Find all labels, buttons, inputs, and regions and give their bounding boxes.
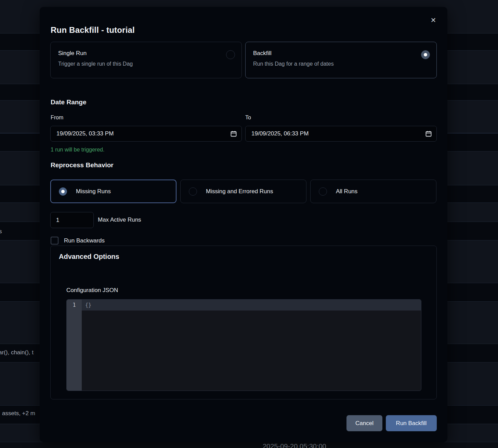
to-datetime-value: 19/09/2025, 06:33 PM [251, 130, 425, 137]
line-number: 1 [67, 300, 82, 311]
advanced-options-panel: Advanced Options Configuration JSON 1 {} [50, 246, 437, 399]
option-label: All Runs [336, 188, 357, 195]
calendar-icon[interactable] [231, 131, 237, 137]
editor-content-area[interactable]: {} [82, 300, 421, 391]
run-backfill-button[interactable]: Run Backfill [386, 415, 437, 431]
missing-errored-runs-option[interactable]: Missing and Errored Runs [180, 180, 306, 203]
close-icon[interactable]: ✕ [428, 14, 439, 26]
clipped-timestamp: 2025-09-20 05:30:00 [263, 443, 326, 448]
option-label: Missing and Errored Runs [206, 188, 273, 195]
editor-gutter: 1 [67, 300, 82, 391]
run-backwards-label: Run Backwards [64, 237, 105, 244]
calendar-icon[interactable] [425, 131, 432, 137]
run-backwards-row[interactable]: Run Backwards [51, 237, 105, 245]
clipped-row-text: assets, +2 m [2, 410, 35, 417]
from-label: From [51, 115, 63, 121]
radio-unselected-icon[interactable] [226, 50, 235, 59]
option-description: Trigger a single run of this Dag [58, 61, 234, 67]
advanced-options-heading: Advanced Options [59, 253, 119, 261]
radio-selected-icon[interactable] [421, 50, 430, 59]
radio-unselected-icon[interactable] [319, 187, 327, 196]
configuration-json-editor[interactable]: 1 {} [66, 299, 421, 391]
from-datetime-value: 19/09/2025, 03:33 PM [56, 130, 231, 137]
option-label: Backfill [253, 50, 429, 57]
single-run-option[interactable]: Single Run Trigger a single run of this … [50, 42, 242, 78]
date-range-inputs: 19/09/2025, 03:33 PM 19/09/2025, 06:33 P… [50, 126, 437, 142]
configuration-json-label: Configuration JSON [66, 287, 118, 294]
missing-runs-option[interactable]: Missing Runs [50, 180, 176, 203]
max-active-runs-label: Max Active Runs [98, 216, 141, 223]
table-row [0, 442, 498, 448]
option-description: Run this Dag for a range of dates [253, 61, 429, 67]
backfill-option[interactable]: Backfill Run this Dag for a range of dat… [245, 42, 437, 78]
all-runs-option[interactable]: All Runs [310, 180, 436, 203]
radio-selected-icon[interactable] [59, 187, 67, 196]
editor-line: {} [82, 300, 421, 311]
run-type-options: Single Run Trigger a single run of this … [50, 42, 437, 78]
to-datetime-input[interactable]: 19/09/2025, 06:33 PM [245, 126, 437, 142]
checkbox-unchecked-icon[interactable] [51, 237, 58, 245]
option-label: Single Run [58, 50, 234, 57]
date-range-heading: Date Range [51, 98, 87, 106]
option-label: Missing Runs [76, 188, 111, 195]
cancel-button[interactable]: Cancel [346, 415, 382, 431]
reprocess-heading: Reprocess Behavior [51, 161, 114, 169]
reprocess-options: Missing Runs Missing and Errored Runs Al… [50, 180, 436, 203]
clipped-row-text: s [0, 228, 2, 235]
to-label: To [245, 115, 251, 121]
radio-unselected-icon[interactable] [189, 187, 197, 196]
runs-triggered-message: 1 run will be triggered. [51, 147, 104, 153]
from-datetime-input[interactable]: 19/09/2025, 03:33 PM [50, 126, 242, 142]
dialog-title: Run Backfill - tutorial [51, 25, 135, 35]
dialog-footer: Cancel Run Backfill [346, 415, 437, 431]
clipped-row-text: ar(), chain(), t [0, 349, 34, 356]
max-active-runs-input[interactable] [50, 212, 94, 228]
run-backfill-dialog: Run Backfill - tutorial ✕ Single Run Tri… [40, 7, 447, 442]
